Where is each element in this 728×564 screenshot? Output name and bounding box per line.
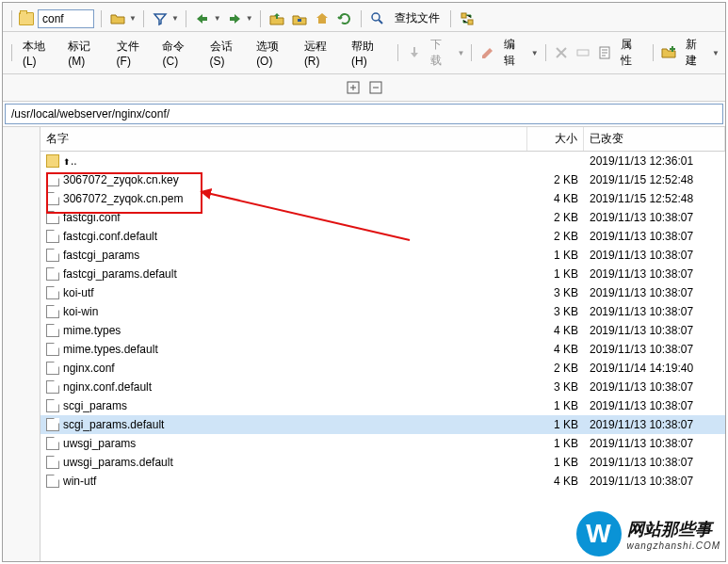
menu-local[interactable]: 本地(L) xyxy=(19,37,60,70)
svg-rect-2 xyxy=(468,20,473,24)
dropdown-arrow-icon[interactable]: ▼ xyxy=(171,14,179,23)
file-date: 2019/11/15 12:52:48 xyxy=(584,171,725,188)
file-row[interactable]: fastcgi_params1 KB2019/11/13 10:38:07 xyxy=(40,246,725,265)
file-name: fastcgi.conf.default xyxy=(63,230,157,243)
dropdown-arrow-icon[interactable]: ▼ xyxy=(246,14,253,23)
refresh-button[interactable] xyxy=(335,9,354,28)
file-name: 3067072_zyqok.cn.key xyxy=(63,173,179,186)
file-size: 4 KB xyxy=(527,322,584,339)
file-row[interactable]: fastcgi.conf.default2 KB2019/11/13 10:38… xyxy=(40,227,725,246)
file-name: nginx.conf.default xyxy=(63,380,152,394)
file-date: 2019/11/14 14:19:40 xyxy=(584,360,725,377)
file-row[interactable]: koi-utf3 KB2019/11/13 10:38:07 xyxy=(40,283,725,302)
menu-help[interactable]: 帮助(H) xyxy=(348,37,391,70)
open-folder-button[interactable] xyxy=(108,9,127,28)
toolbar-menu: 本地(L) 标记(M) 文件(F) 命令(C) 会话(S) 选项(O) 远程(R… xyxy=(3,32,725,74)
file-row[interactable]: koi-win3 KB2019/11/13 10:38:07 xyxy=(40,302,725,321)
home-button[interactable] xyxy=(313,9,332,28)
new-button[interactable]: 新建 xyxy=(682,35,711,71)
file-name: uwsgi_params xyxy=(63,437,136,450)
menu-command[interactable]: 命令(C) xyxy=(158,37,202,70)
watermark-logo: W xyxy=(576,511,622,556)
file-icon xyxy=(46,437,59,450)
file-row[interactable]: 3067072_zyqok.cn.pem4 KB2019/11/15 12:52… xyxy=(40,189,725,208)
sync-button[interactable] xyxy=(458,9,477,28)
svg-rect-1 xyxy=(461,13,466,18)
file-row[interactable]: nginx.conf.default3 KB2019/11/13 10:38:0… xyxy=(40,378,725,396)
file-row[interactable]: ⬆..2019/11/13 12:36:01 xyxy=(40,152,725,170)
file-size xyxy=(527,153,584,169)
file-icon xyxy=(46,362,59,375)
file-name: win-utf xyxy=(63,475,96,488)
file-size: 3 KB xyxy=(527,379,584,395)
watermark-title: 网站那些事 xyxy=(627,518,720,540)
file-size: 4 KB xyxy=(527,341,584,358)
file-icon xyxy=(46,192,59,205)
file-row[interactable]: scgi_params1 KB2019/11/13 10:38:07 xyxy=(40,396,725,415)
menu-session[interactable]: 会话(S) xyxy=(206,37,250,70)
file-row[interactable]: 3067072_zyqok.cn.key2 KB2019/11/15 12:52… xyxy=(40,170,725,189)
header-size[interactable]: 大小 xyxy=(527,127,584,151)
file-row[interactable]: mime.types.default4 KB2019/11/13 10:38:0… xyxy=(40,340,725,359)
file-row[interactable]: nginx.conf2 KB2019/11/14 14:19:40 xyxy=(40,359,725,378)
file-size: 1 KB xyxy=(527,247,584,264)
file-size: 2 KB xyxy=(527,360,584,377)
file-date: 2019/11/13 10:38:07 xyxy=(584,303,725,320)
svg-rect-3 xyxy=(577,50,589,56)
file-size: 1 KB xyxy=(527,435,584,452)
file-list: ⬆..2019/11/13 12:36:013067072_zyqok.cn.k… xyxy=(40,152,725,561)
properties-button[interactable]: 属性 xyxy=(617,35,646,71)
file-row[interactable]: uwsgi_params.default1 KB2019/11/13 10:38… xyxy=(40,453,725,472)
file-date: 2019/11/13 10:38:07 xyxy=(584,454,725,471)
dropdown-arrow-icon[interactable]: ▼ xyxy=(129,14,137,23)
path-input[interactable] xyxy=(38,9,94,28)
back-button[interactable] xyxy=(193,9,212,28)
file-row[interactable]: fastcgi.conf2 KB2019/11/13 10:38:07 xyxy=(40,208,725,227)
file-size: 1 KB xyxy=(527,266,584,282)
file-date: 2019/11/13 10:38:07 xyxy=(584,228,725,245)
file-name: koi-utf xyxy=(63,286,94,299)
edit-button[interactable]: 编辑 xyxy=(500,35,529,71)
header-changed[interactable]: 已改变 xyxy=(584,127,725,151)
file-row[interactable]: fastcgi_params.default1 KB2019/11/13 10:… xyxy=(40,265,725,283)
file-row[interactable]: win-utf4 KB2019/11/13 10:38:07 xyxy=(40,472,725,491)
file-size: 1 KB xyxy=(527,397,584,414)
file-date: 2019/11/13 10:38:07 xyxy=(584,416,725,433)
edit-icon[interactable] xyxy=(478,43,496,62)
search-icon[interactable] xyxy=(368,9,387,28)
dropdown-arrow-icon[interactable]: ▼ xyxy=(214,14,221,23)
menu-options[interactable]: 选项(O) xyxy=(252,37,297,70)
download-icon xyxy=(405,43,423,62)
left-gutter xyxy=(3,127,40,561)
file-manager-window: ▼ ▼ ▼ ▼ 查找文件 本地(L) 标记(M) 文件(F) 命令(C) 会话(… xyxy=(2,2,726,562)
file-icon xyxy=(46,305,59,318)
file-size: 3 KB xyxy=(527,284,584,301)
expand-icon[interactable] xyxy=(344,78,363,97)
forward-button[interactable] xyxy=(225,9,244,28)
menu-file[interactable]: 文件(F) xyxy=(113,37,155,70)
file-icon xyxy=(46,267,59,281)
file-name: fastcgi.conf xyxy=(63,211,121,224)
root-folder-button[interactable] xyxy=(290,9,309,28)
file-row[interactable]: uwsgi_params1 KB2019/11/13 10:38:07 xyxy=(40,434,725,453)
new-icon[interactable] xyxy=(660,43,678,62)
file-row[interactable]: scgi_params.default1 KB2019/11/13 10:38:… xyxy=(40,415,725,434)
svg-point-0 xyxy=(372,13,380,21)
file-name: mime.types xyxy=(63,324,121,337)
header-name[interactable]: 名字 xyxy=(40,127,527,151)
find-file-button[interactable]: 查找文件 xyxy=(391,8,444,28)
parent-folder-button[interactable] xyxy=(267,9,286,28)
menu-mark[interactable]: 标记(M) xyxy=(64,37,108,70)
file-name: fastcgi_params.default xyxy=(63,267,177,281)
filter-button[interactable] xyxy=(151,9,170,28)
file-name: mime.types.default xyxy=(63,343,158,356)
collapse-icon[interactable] xyxy=(366,78,385,97)
menu-remote[interactable]: 远程(R) xyxy=(300,37,344,70)
file-name: nginx.conf xyxy=(63,362,115,375)
file-row[interactable]: mime.types4 KB2019/11/13 10:38:07 xyxy=(40,321,725,340)
file-date: 2019/11/13 10:38:07 xyxy=(584,284,725,301)
rename-icon xyxy=(574,43,591,62)
properties-icon[interactable] xyxy=(595,43,613,62)
file-icon xyxy=(46,211,59,224)
address-bar[interactable]: /usr/local/webserver/nginx/conf/ xyxy=(5,104,723,124)
